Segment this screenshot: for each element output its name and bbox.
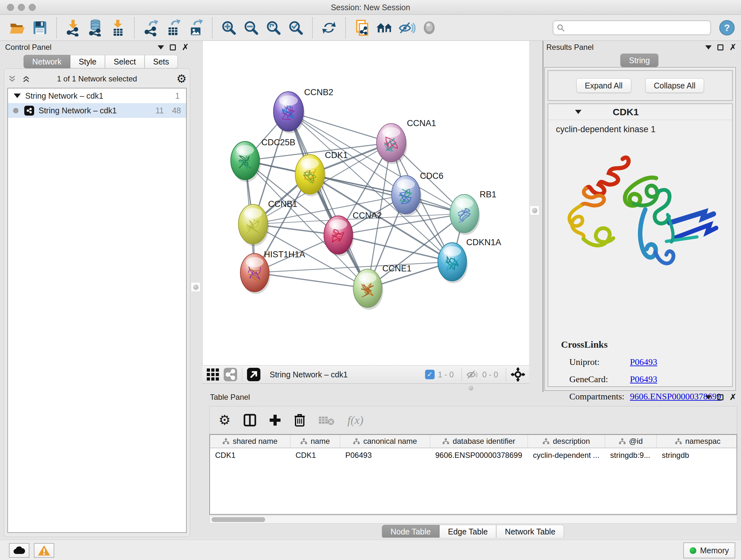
network-node-CCNA1[interactable] [377,124,407,164]
network-node-CCNA2[interactable] [324,216,354,256]
table-cell[interactable]: CDK1 [290,448,340,462]
import-table-button[interactable] [109,19,126,37]
memory-button[interactable]: Memory [683,543,735,558]
tab-node-table[interactable]: Node Table [382,525,440,538]
column-header-description[interactable]: description [528,435,605,448]
table-cell[interactable]: stringdb:9... [605,448,657,462]
memory-label: Memory [700,546,729,555]
network-type-icon [24,106,34,116]
tab-sets[interactable]: Sets [145,55,178,68]
panel-close-icon[interactable]: ✗ [182,43,189,52]
show-graphics-details-button[interactable] [421,19,438,37]
show-columns-icon[interactable] [244,414,256,427]
column-header-shared-name[interactable]: shared name [210,435,290,448]
network-options-gear-icon[interactable]: ⚙ [177,73,187,84]
network-node-label: RB1 [480,190,496,199]
search-input[interactable] [567,22,707,34]
network-share-icon[interactable] [223,368,238,381]
selected-checkbox-icon[interactable]: ✓ [425,370,434,379]
delete-column-icon[interactable] [294,414,306,427]
table-hscrollbar[interactable] [209,516,737,523]
network-edge[interactable] [338,235,452,262]
import-network-database-button[interactable] [87,19,104,37]
panel-float-icon[interactable] [718,394,724,400]
hidden-eye-icon[interactable] [466,369,479,380]
open-session-button[interactable] [9,19,26,37]
table-row[interactable]: CDK1CDK1P064939606.ENSP00000378699cyclin… [210,448,737,462]
expand-all-icon[interactable] [21,74,31,84]
column-header--id[interactable]: @id [605,435,657,448]
column-header-canonical-name[interactable]: canonical name [340,435,430,448]
zoom-in-button[interactable] [220,19,238,37]
hide-selected-button[interactable] [398,19,415,37]
table-cell[interactable]: 9606.ENSP00000378699 [430,448,528,462]
table-cell[interactable]: P06493 [340,448,430,462]
network-canvas[interactable]: CCNB2CCNA1CDC25BCDK1CDC6RB1CCNB1CCNA2HIS… [202,41,529,365]
table-cell[interactable]: CDK1 [210,448,290,462]
network-node-CDK1[interactable] [295,154,326,196]
expand-all-button[interactable]: Expand All [576,78,631,93]
entry-collapse-icon[interactable] [575,110,582,114]
current-network-title: String Network – cdk1 [270,370,348,379]
help-button[interactable]: ? [719,20,735,36]
panel-close-icon[interactable]: ✗ [729,43,737,52]
column-header-database-identifier[interactable]: database identifier [430,435,528,448]
tree-expand-icon[interactable] [14,94,21,98]
collapse-all-icon[interactable] [7,74,17,84]
zoom-out-button[interactable] [243,19,260,37]
zoom-fit-button[interactable] [265,19,282,37]
network-node-CCNB1[interactable] [239,204,269,246]
network-node-CCNE1[interactable] [353,269,383,310]
scrollbar-thumb[interactable] [212,517,265,522]
column-header-name[interactable]: name [290,435,340,448]
search-field[interactable] [553,20,711,35]
panel-float-icon[interactable] [170,44,176,51]
tab-network[interactable]: Network [23,55,70,68]
export-image-button[interactable] [187,19,204,37]
zoom-selected-button[interactable] [287,19,305,37]
current-network-dot [13,108,18,113]
export-network-button[interactable] [142,19,159,37]
collapse-all-button[interactable]: Collapse All [645,78,704,93]
column-header-namespac[interactable]: namespac [657,435,737,448]
network-edge[interactable] [255,273,367,288]
panel-menu-icon[interactable] [158,45,164,50]
tab-select[interactable]: Select [105,55,144,68]
network-node-CCNB2[interactable] [273,91,305,133]
first-neighbors-button[interactable] [376,19,393,37]
tab-style[interactable]: Style [70,55,105,68]
export-table-button[interactable] [165,19,182,37]
tab-string[interactable]: String [620,54,658,67]
crosslink-link[interactable]: P06493 [630,357,657,367]
network-edge[interactable] [288,111,367,288]
network-row-selected[interactable]: String Network – cdk1 11 48 [8,103,186,118]
panel-float-icon[interactable] [718,44,724,51]
pan-crosshair-icon[interactable] [511,367,525,382]
tab-network-table[interactable]: Network Table [496,525,564,538]
panel-menu-icon[interactable] [705,45,712,50]
left-splitter-handle[interactable] [191,282,200,292]
import-network-file-button[interactable] [64,19,82,37]
cloud-status-button[interactable] [9,543,29,558]
tab-edge-table[interactable]: Edge Table [440,525,496,538]
node-table[interactable]: shared namenamecanonical namedatabase id… [209,434,737,515]
panel-close-icon[interactable]: ✗ [729,393,737,401]
network-node-HIST1H1A[interactable] [240,253,270,294]
table-options-gear-icon[interactable]: ⚙ [219,414,231,427]
network-node-RB1[interactable] [450,194,480,235]
birdseye-grid-icon[interactable] [206,368,219,381]
panel-menu-icon[interactable] [705,395,712,399]
save-session-button[interactable] [31,19,49,37]
clone-network-button[interactable] [354,19,371,37]
add-column-icon[interactable] [269,414,281,426]
export-view-icon[interactable] [247,368,261,381]
right-splitter-handle[interactable] [530,206,539,215]
warnings-button[interactable] [34,543,54,558]
table-cell[interactable]: cyclin-dependent ... [528,448,605,462]
network-node-CDKN1A[interactable] [438,243,468,283]
crosslink-link[interactable]: P06493 [630,374,657,384]
bottom-splitter-handle[interactable] [467,384,475,391]
network-collection-row[interactable]: String Network – cdk1 1 [8,88,186,103]
update-network-button[interactable] [320,19,338,37]
table-cell[interactable]: stringdb [657,448,737,462]
